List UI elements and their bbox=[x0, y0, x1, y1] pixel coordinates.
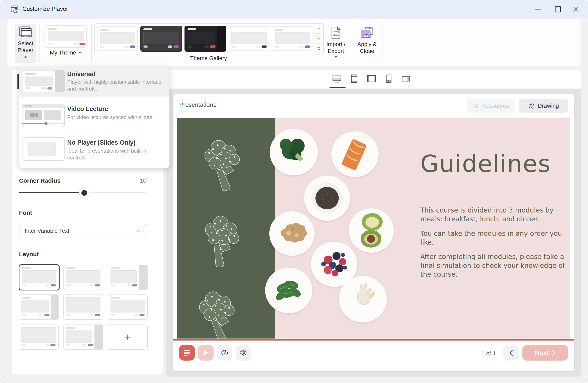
theme-thumbnail-light-blue[interactable] bbox=[97, 26, 138, 51]
layout-label: Layout bbox=[19, 251, 39, 258]
import-export-icon bbox=[331, 26, 341, 39]
resources-label: Resources bbox=[481, 103, 509, 109]
maximize-button[interactable] bbox=[549, 2, 567, 17]
import-export-label: Import / Export bbox=[324, 41, 348, 55]
layout-option-3[interactable] bbox=[108, 265, 148, 290]
dropdown-item-title: No Player (Slides Only) bbox=[67, 139, 136, 146]
drawing-button[interactable]: Drawing bbox=[519, 99, 568, 113]
layout-option-7[interactable] bbox=[19, 325, 59, 350]
play-icon bbox=[203, 350, 208, 356]
close-icon bbox=[573, 6, 579, 12]
window-title: Customize Player bbox=[22, 6, 68, 12]
plus-icon: + bbox=[125, 331, 131, 343]
layout-option-5[interactable] bbox=[63, 294, 103, 320]
no-player-thumbnail bbox=[22, 137, 64, 161]
import-export-caret-icon bbox=[334, 56, 337, 58]
device-tab-phone-landscape[interactable] bbox=[398, 72, 414, 86]
resources-button[interactable]: Resources bbox=[467, 99, 515, 113]
theme-thumbnail-light-navy[interactable] bbox=[229, 26, 269, 51]
select-player-dropdown: Universal Player with highly-customizabl… bbox=[19, 66, 169, 168]
dropdown-item-description: For video lectures synced with slides. bbox=[67, 114, 164, 121]
corner-radius-label: Corner Radius bbox=[19, 177, 61, 184]
paperclip-icon bbox=[472, 103, 479, 109]
dropdown-item-universal[interactable]: Universal Player with highly-customizabl… bbox=[19, 66, 169, 96]
outline-menu-icon bbox=[184, 350, 190, 356]
desktop-icon bbox=[332, 74, 342, 83]
my-theme-thumbnail bbox=[44, 25, 87, 48]
gallery-more-button[interactable] bbox=[315, 43, 323, 54]
font-label: Font bbox=[19, 209, 32, 216]
corner-radius-slider-fill bbox=[19, 192, 84, 193]
universal-thumbnail bbox=[22, 70, 64, 92]
outline-menu-button[interactable] bbox=[179, 345, 195, 361]
layout-option-4[interactable] bbox=[19, 294, 59, 320]
slide-area: Guidelines This course is divided into 3… bbox=[177, 118, 570, 339]
apply-close-label: Apply & Close bbox=[354, 41, 380, 55]
device-tab-phone-portrait[interactable] bbox=[381, 72, 397, 86]
play-button[interactable] bbox=[198, 345, 213, 361]
chevron-up-icon bbox=[317, 27, 321, 30]
dropdown-item-video-lecture[interactable]: Video Lecture For video lectures synced … bbox=[19, 100, 169, 131]
chevron-down-icon bbox=[136, 230, 141, 232]
playback-progress-bar[interactable] bbox=[173, 339, 574, 341]
theme-gallery-label: Theme Gallery bbox=[94, 55, 323, 62]
select-player-caret-icon bbox=[24, 56, 27, 57]
ribbon: Select Player My Theme bbox=[7, 19, 581, 67]
my-theme-label: My Theme bbox=[50, 49, 76, 56]
my-theme-caret-icon bbox=[78, 52, 82, 54]
add-layout-button[interactable]: + bbox=[108, 325, 148, 350]
apply-close-icon bbox=[360, 26, 373, 39]
ribbon-separator bbox=[351, 24, 351, 62]
my-theme-button[interactable]: My Theme bbox=[44, 24, 87, 64]
title-bar: Customize Player bbox=[0, 0, 588, 19]
slide-title: Guidelines bbox=[420, 150, 551, 177]
corner-radius-slider-thumb[interactable] bbox=[79, 188, 89, 198]
dropdown-item-no-player[interactable]: No Player (Slides Only) Ideal for presen… bbox=[19, 134, 169, 164]
broccoli-illustration bbox=[197, 122, 247, 208]
device-preview-bar bbox=[167, 70, 581, 89]
dropdown-item-title: Video Lecture bbox=[67, 105, 108, 113]
theme-thumbnail-dark-purple[interactable] bbox=[140, 26, 182, 52]
layout-option-6[interactable] bbox=[108, 294, 148, 320]
plate-spinach bbox=[265, 268, 313, 313]
ribbon-separator bbox=[39, 24, 40, 62]
theme-thumbnail-light-violet[interactable] bbox=[272, 26, 313, 51]
select-player-label: Select Player bbox=[16, 40, 36, 54]
plate-ginger bbox=[269, 211, 315, 256]
device-tab-tablet-portrait[interactable] bbox=[346, 72, 362, 86]
chevron-down-icon bbox=[317, 38, 321, 40]
layout-option-2[interactable] bbox=[63, 265, 103, 290]
video-camera-icon bbox=[30, 112, 38, 118]
minimize-button[interactable] bbox=[529, 2, 547, 17]
select-player-button[interactable]: Select Player bbox=[15, 24, 36, 63]
volume-button[interactable] bbox=[236, 345, 251, 361]
layout-option-1-selected[interactable] bbox=[19, 264, 60, 290]
pen-icon bbox=[528, 103, 535, 109]
phone-portrait-icon bbox=[386, 74, 392, 83]
next-slide-button[interactable]: Next bbox=[523, 345, 568, 361]
tablet-landscape-icon bbox=[367, 75, 376, 82]
presentation-title: Presentation1 bbox=[179, 101, 216, 108]
next-label: Next bbox=[535, 349, 549, 357]
drawing-label: Drawing bbox=[538, 103, 559, 109]
import-export-button[interactable]: Import / Export bbox=[324, 24, 348, 64]
gallery-scroll-up-button[interactable] bbox=[315, 24, 323, 34]
dropdown-item-title: Universal bbox=[67, 71, 95, 78]
device-tab-tablet-landscape[interactable] bbox=[363, 72, 379, 86]
font-select[interactable]: Inter Variable Text bbox=[19, 224, 147, 238]
dropdown-item-description: Ideal for presentations with built-in co… bbox=[67, 147, 168, 161]
dropdown-item-description: Player with highly-customizable interfac… bbox=[67, 78, 164, 92]
chevron-left-icon bbox=[509, 350, 513, 356]
broccoli-illustration bbox=[192, 273, 242, 339]
previous-slide-button[interactable] bbox=[503, 345, 519, 361]
corner-radius-value: 10 bbox=[126, 177, 147, 184]
playback-speed-button[interactable] bbox=[217, 345, 232, 361]
chevron-right-icon bbox=[552, 350, 556, 356]
theme-thumbnail-black-red[interactable] bbox=[185, 26, 226, 52]
app-icon bbox=[10, 5, 19, 14]
close-button[interactable] bbox=[567, 2, 585, 17]
apply-close-button[interactable]: Apply & Close bbox=[354, 24, 380, 64]
layout-option-8[interactable] bbox=[63, 325, 103, 350]
gallery-scroll-down-button[interactable] bbox=[315, 34, 323, 44]
device-tab-desktop[interactable] bbox=[329, 72, 345, 86]
